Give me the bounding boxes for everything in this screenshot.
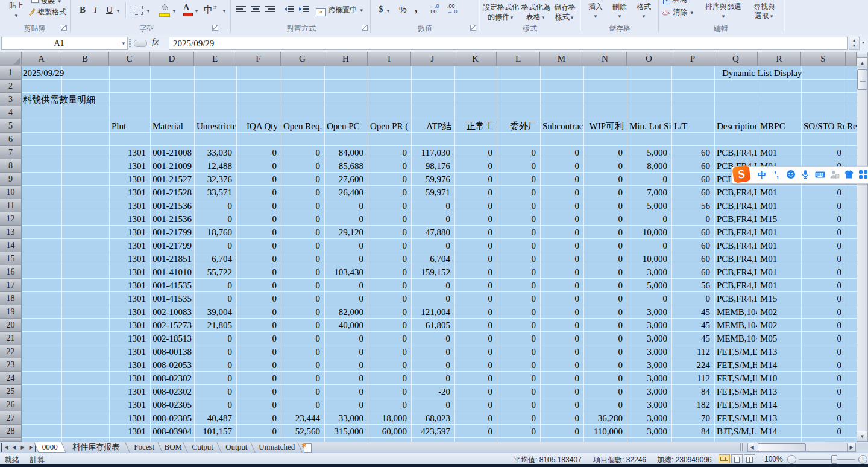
cell-value[interactable]: 3,000 bbox=[627, 319, 671, 332]
cell-value[interactable]: 0 bbox=[801, 226, 845, 239]
cell-value[interactable]: 0 bbox=[497, 226, 539, 239]
soft-keyboard-icon[interactable] bbox=[813, 170, 827, 180]
cell-value[interactable]: 0 bbox=[583, 253, 626, 265]
cell-value[interactable]: 27,600 bbox=[324, 173, 367, 186]
sheet-tab-Focest[interactable]: Focest bbox=[127, 442, 163, 453]
cell-value[interactable]: FET,S/M,H bbox=[714, 372, 757, 385]
cell-value[interactable]: 0 bbox=[540, 293, 583, 305]
cell-value[interactable]: 0 bbox=[194, 332, 236, 345]
column-header-G[interactable]: G bbox=[281, 52, 324, 66]
currency-dropdown[interactable]: ▼ bbox=[386, 8, 391, 14]
cell-value[interactable]: 3,000 bbox=[627, 399, 671, 411]
cell-value[interactable]: 0 bbox=[236, 293, 280, 305]
cell-value[interactable]: 1301 bbox=[109, 213, 149, 226]
punctuation-icon[interactable]: ’, bbox=[769, 170, 784, 180]
cell-value[interactable]: 0 bbox=[540, 359, 583, 372]
row-header-6[interactable]: 6 bbox=[0, 133, 22, 146]
cell-value[interactable]: 0 bbox=[368, 293, 410, 305]
cell-value[interactable]: 0 bbox=[540, 372, 583, 385]
cell-value[interactable]: 0 bbox=[454, 332, 496, 345]
cell-value[interactable]: M02 bbox=[758, 319, 800, 332]
row-header-18[interactable]: 18 bbox=[0, 292, 22, 305]
cell-value[interactable]: 0 bbox=[497, 266, 539, 279]
cell-value[interactable]: 002-15273 bbox=[150, 319, 193, 332]
cell-value[interactable]: 002-10083 bbox=[150, 306, 193, 319]
cell-value[interactable]: 103,430 bbox=[324, 266, 367, 279]
cell-value[interactable]: 0 bbox=[236, 226, 280, 239]
cell-value[interactable]: PCB,FR4,L bbox=[714, 213, 757, 226]
cell-value[interactable]: 0 bbox=[368, 332, 410, 345]
font-dialog-launcher[interactable] bbox=[212, 25, 218, 31]
cell-value[interactable]: 0 bbox=[194, 372, 236, 385]
row-header-24[interactable]: 24 bbox=[0, 372, 22, 385]
cell-value[interactable]: 0 bbox=[454, 160, 496, 173]
cell-value[interactable]: 61,805 bbox=[411, 319, 454, 332]
cell-value[interactable]: 0 bbox=[801, 359, 845, 372]
cell-value[interactable]: 1301 bbox=[109, 332, 149, 345]
formula-input[interactable]: 2025/09/29 bbox=[169, 37, 848, 50]
cell-value[interactable]: 0 bbox=[368, 359, 410, 372]
cell-value[interactable]: 0 bbox=[194, 213, 236, 226]
cell-value[interactable]: 0 bbox=[368, 372, 410, 385]
cell-value[interactable]: 1301 bbox=[109, 173, 149, 186]
cell-value[interactable]: 0 bbox=[454, 412, 496, 425]
cell-value[interactable]: 0 bbox=[583, 306, 626, 319]
cell-value[interactable]: 3,000 bbox=[627, 359, 671, 372]
clear-button[interactable]: 清除 ▼ bbox=[662, 7, 694, 17]
cell-value[interactable]: 0 bbox=[497, 160, 539, 173]
cell-value[interactable]: 1301 bbox=[109, 226, 149, 239]
cell-value[interactable]: 8,000 bbox=[627, 160, 671, 173]
row-header-2[interactable]: 2 bbox=[0, 80, 22, 93]
cell-value[interactable]: 0 bbox=[236, 412, 280, 425]
cell-value[interactable]: 1301 bbox=[109, 319, 149, 332]
cell-value[interactable]: 45 bbox=[671, 306, 714, 319]
cell-value[interactable]: 0 bbox=[497, 147, 539, 159]
cell-value[interactable]: M01 bbox=[758, 186, 800, 199]
cell-value[interactable]: 0 bbox=[497, 412, 539, 425]
scroll-left-button[interactable]: ◀ bbox=[747, 443, 756, 452]
cell-value[interactable]: 0 bbox=[497, 213, 539, 226]
cell-value[interactable]: 0 bbox=[368, 240, 410, 252]
cell-value[interactable]: 112 bbox=[671, 372, 714, 385]
cell-value[interactable]: 1301 bbox=[109, 253, 149, 265]
cell-value[interactable]: 0 bbox=[540, 213, 583, 226]
cell-value[interactable]: 0 bbox=[281, 147, 324, 159]
skin-icon[interactable] bbox=[841, 170, 856, 180]
cell-value[interactable]: 0 bbox=[236, 240, 280, 252]
cell-value[interactable]: 5,000 bbox=[627, 147, 671, 159]
cell-value[interactable]: 0 bbox=[801, 279, 845, 292]
cell-value[interactable]: 0 bbox=[281, 372, 324, 385]
cell-value[interactable]: 0 bbox=[411, 359, 454, 372]
cell-value[interactable]: M01 bbox=[758, 240, 800, 252]
cell-value[interactable]: M05 bbox=[758, 332, 800, 345]
cell-value[interactable]: -20 bbox=[411, 386, 454, 398]
cell-value[interactable]: 70 bbox=[671, 412, 714, 425]
cell-value[interactable]: 001-21009 bbox=[150, 160, 193, 173]
previous-sheet-button[interactable]: ◀ bbox=[10, 443, 18, 452]
cell-value[interactable]: 0 bbox=[497, 279, 539, 292]
merge-center-button[interactable]: a 跨欄置中 ▼ bbox=[316, 5, 364, 16]
column-header-I[interactable]: I bbox=[368, 52, 411, 66]
cell-value[interactable]: 0 bbox=[324, 332, 367, 345]
cell-value[interactable]: 0 bbox=[540, 399, 583, 411]
column-header-P[interactable]: P bbox=[671, 52, 714, 66]
cell-value[interactable]: 0 bbox=[281, 293, 324, 305]
zoom-in-button[interactable]: + bbox=[858, 455, 867, 464]
cell-value[interactable]: 0 bbox=[236, 332, 280, 345]
cell-value[interactable]: 0 bbox=[454, 213, 496, 226]
cell-value[interactable]: 45 bbox=[671, 319, 714, 332]
cell-value[interactable]: 008-02302 bbox=[150, 372, 193, 385]
cell-value[interactable]: 0 bbox=[540, 386, 583, 398]
phonetic-guide-button[interactable]: 中ㄨ̌ bbox=[204, 4, 216, 16]
cell-value[interactable]: 0 bbox=[454, 386, 496, 398]
cell-value[interactable]: 3,000 bbox=[627, 425, 671, 438]
cell-value[interactable]: PCB,FR4,L bbox=[714, 226, 757, 239]
cell-value[interactable]: M14 bbox=[758, 359, 800, 372]
row-header-1[interactable]: 1 bbox=[0, 66, 22, 80]
insert-function-button[interactable]: fx bbox=[152, 37, 159, 47]
cell-value[interactable]: 0 bbox=[583, 293, 626, 305]
name-box[interactable]: A1 ▼ bbox=[1, 37, 128, 50]
cell-value[interactable]: 001-21799 bbox=[150, 240, 193, 252]
cell-value[interactable]: FET,S/M,H bbox=[714, 412, 757, 425]
cell-value[interactable]: FET,S/M,D bbox=[714, 346, 757, 358]
